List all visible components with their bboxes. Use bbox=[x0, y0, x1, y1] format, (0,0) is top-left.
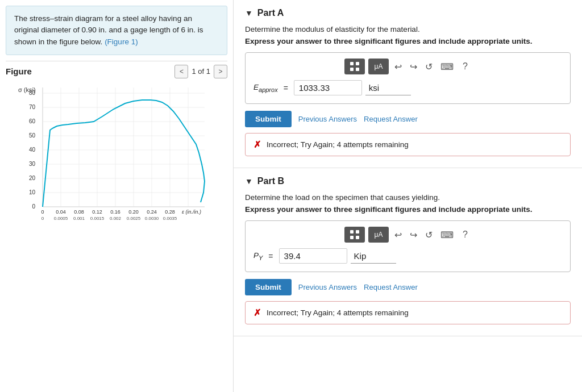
part-a-collapse-arrow[interactable]: ▼ bbox=[245, 9, 253, 18]
part-b-header: ▼ Part B bbox=[245, 176, 571, 186]
svg-text:10: 10 bbox=[29, 189, 36, 195]
part-b-unit-input[interactable] bbox=[351, 249, 396, 264]
part-a-answer-row: Eapprox = bbox=[253, 80, 562, 95]
part-a-var-label: Eapprox bbox=[253, 83, 278, 93]
svg-text:0.002: 0.002 bbox=[110, 216, 122, 221]
part-a-request-answer-link[interactable]: Request Answer bbox=[364, 115, 418, 123]
part-a-submit-button[interactable]: Submit bbox=[245, 111, 292, 127]
svg-rect-49 bbox=[356, 230, 359, 233]
svg-text:0.0035: 0.0035 bbox=[163, 216, 177, 221]
part-a-section: ▼ Part A Determine the modulus of elasti… bbox=[234, 0, 582, 168]
svg-text:0.0025: 0.0025 bbox=[127, 216, 141, 221]
matrix-icon bbox=[350, 61, 360, 72]
svg-text:80: 80 bbox=[29, 90, 36, 96]
svg-text:40: 40 bbox=[29, 147, 36, 153]
part-b-matrix-button[interactable] bbox=[344, 227, 365, 243]
part-a-redo-button[interactable]: ↪ bbox=[408, 60, 419, 73]
svg-text:50: 50 bbox=[29, 132, 36, 139]
part-b-input-box: μA ↩ ↪ ↺ ⌨ ? PY bbox=[245, 220, 571, 272]
svg-rect-48 bbox=[350, 230, 354, 233]
svg-text:0: 0 bbox=[32, 203, 35, 210]
svg-text:0.28: 0.28 bbox=[165, 209, 175, 215]
mu-label-b: μA bbox=[375, 231, 383, 239]
figure-header: Figure < 1 of 1 > bbox=[6, 65, 227, 78]
part-a-toolbar: μA ↩ ↪ ↺ ⌨ ? bbox=[253, 59, 562, 74]
part-b-toolbar: μA ↩ ↪ ↺ ⌨ ? bbox=[253, 227, 562, 243]
part-a-mu-button[interactable]: μA bbox=[368, 59, 389, 74]
svg-text:0.24: 0.24 bbox=[147, 209, 157, 215]
svg-rect-47 bbox=[356, 68, 359, 71]
svg-text:0.0015: 0.0015 bbox=[90, 216, 105, 221]
svg-text:0.0030: 0.0030 bbox=[145, 216, 159, 221]
part-a-question: Determine the modulus of elasticity for … bbox=[245, 25, 571, 34]
part-a-header: ▼ Part A bbox=[245, 8, 571, 18]
svg-rect-44 bbox=[350, 62, 354, 65]
part-b-submit-button[interactable]: Submit bbox=[245, 279, 292, 295]
part-b-mu-button[interactable]: μA bbox=[368, 227, 389, 243]
figure-nav: < 1 of 1 > bbox=[174, 65, 227, 78]
mu-label: μA bbox=[375, 62, 383, 70]
figure-title: Figure bbox=[6, 66, 32, 76]
part-b-feedback-box: ✗ Incorrect; Try Again; 4 attempts remai… bbox=[245, 301, 571, 324]
svg-text:60: 60 bbox=[29, 118, 36, 124]
svg-rect-45 bbox=[356, 62, 359, 65]
part-b-prev-answers-link[interactable]: Previous Answers bbox=[298, 283, 357, 291]
figure-nav-label: 1 of 1 bbox=[192, 67, 210, 76]
part-a-title: Part A bbox=[257, 8, 284, 18]
part-b-express: Express your answer to three significant… bbox=[245, 205, 571, 214]
part-b-question: Determine the load on the specimen that … bbox=[245, 193, 571, 202]
matrix-icon-b bbox=[350, 230, 360, 240]
right-panel: ▼ Part A Determine the modulus of elasti… bbox=[233, 0, 582, 392]
left-panel: The stress–strain diagram for a steel al… bbox=[0, 0, 233, 392]
svg-text:20: 20 bbox=[29, 175, 36, 181]
part-b-var-sub: Y bbox=[259, 254, 263, 261]
part-b-reset-button[interactable]: ↺ bbox=[423, 228, 435, 241]
part-a-submit-row: Submit Previous Answers Request Answer bbox=[245, 111, 571, 127]
part-a-help-button[interactable]: ? bbox=[459, 60, 471, 73]
part-a-equals: = bbox=[284, 84, 288, 93]
part-a-reset-button[interactable]: ↺ bbox=[423, 60, 435, 73]
part-a-undo-button[interactable]: ↩ bbox=[392, 60, 404, 73]
part-b-help-button[interactable]: ? bbox=[459, 228, 471, 241]
svg-text:0.08: 0.08 bbox=[74, 209, 84, 215]
part-b-feedback-text: Incorrect; Try Again; 4 attempts remaini… bbox=[267, 308, 409, 317]
problem-text-box: The stress–strain diagram for a steel al… bbox=[6, 6, 227, 55]
part-b-submit-row: Submit Previous Answers Request Answer bbox=[245, 279, 571, 295]
part-b-request-answer-link[interactable]: Request Answer bbox=[364, 283, 418, 291]
svg-text:70: 70 bbox=[29, 104, 36, 110]
part-b-redo-button[interactable]: ↪ bbox=[408, 228, 419, 241]
part-a-unit-input[interactable] bbox=[365, 81, 411, 95]
svg-text:0.001: 0.001 bbox=[73, 216, 85, 221]
figure-link[interactable]: (Figure 1) bbox=[105, 37, 138, 46]
part-a-input-box: μA ↩ ↪ ↺ ⌨ ? Eapp bbox=[245, 52, 571, 104]
part-a-feedback-text: Incorrect; Try Again; 4 attempts remaini… bbox=[267, 140, 409, 149]
part-b-answer-input[interactable] bbox=[279, 248, 347, 264]
svg-text:0.04: 0.04 bbox=[56, 209, 66, 215]
part-b-collapse-arrow[interactable]: ▼ bbox=[245, 177, 253, 186]
svg-text:30: 30 bbox=[29, 161, 36, 167]
part-b-var-label: PY bbox=[253, 251, 263, 261]
svg-text:0.16: 0.16 bbox=[110, 209, 120, 215]
part-a-matrix-button[interactable] bbox=[344, 59, 365, 74]
part-b-answer-row: PY = bbox=[253, 248, 562, 264]
stress-strain-curve bbox=[43, 100, 205, 207]
svg-text:ε (in./in.): ε (in./in.) bbox=[182, 209, 201, 215]
part-a-keyboard-button[interactable]: ⌨ bbox=[438, 60, 456, 73]
svg-text:0: 0 bbox=[41, 209, 44, 215]
svg-rect-51 bbox=[356, 236, 359, 239]
part-a-prev-answers-link[interactable]: Previous Answers bbox=[298, 115, 357, 123]
svg-text:0: 0 bbox=[41, 216, 44, 221]
part-b-section: ▼ Part B Determine the load on the speci… bbox=[234, 168, 582, 336]
svg-rect-46 bbox=[350, 68, 354, 71]
svg-text:0.20: 0.20 bbox=[128, 209, 139, 215]
part-b-feedback-icon: ✗ bbox=[253, 307, 261, 318]
part-b-undo-button[interactable]: ↩ bbox=[392, 228, 404, 241]
part-b-keyboard-button[interactable]: ⌨ bbox=[438, 228, 456, 241]
chart-svg: σ (ksi) bbox=[11, 82, 222, 227]
svg-text:0.12: 0.12 bbox=[92, 209, 102, 215]
figure-next-button[interactable]: > bbox=[214, 65, 227, 78]
part-a-answer-input[interactable] bbox=[294, 80, 362, 95]
part-a-feedback-box: ✗ Incorrect; Try Again; 4 attempts remai… bbox=[245, 133, 571, 156]
svg-text:0.0005: 0.0005 bbox=[54, 216, 68, 221]
figure-prev-button[interactable]: < bbox=[174, 65, 188, 78]
